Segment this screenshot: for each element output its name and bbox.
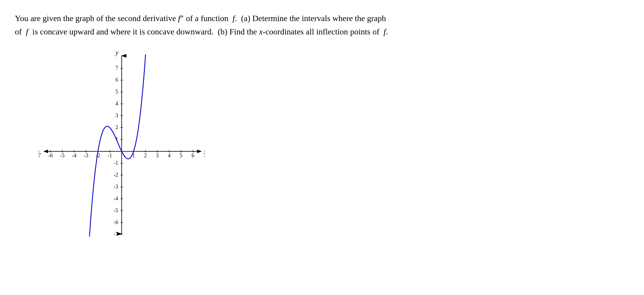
svg-text:4: 4 xyxy=(115,101,118,107)
svg-text:-6: -6 xyxy=(114,219,118,225)
svg-text:6: 6 xyxy=(115,77,118,83)
svg-text:7: 7 xyxy=(115,65,118,71)
svg-text:-7: -7 xyxy=(39,153,41,158)
svg-text:5: 5 xyxy=(180,153,183,158)
svg-text:4: 4 xyxy=(168,153,171,158)
svg-text:7: 7 xyxy=(204,153,205,158)
svg-text:-1: -1 xyxy=(114,160,118,166)
svg-text:2: 2 xyxy=(144,153,147,158)
svg-text:3: 3 xyxy=(115,112,118,118)
svg-text:-4: -4 xyxy=(72,153,77,158)
svg-text:-4: -4 xyxy=(114,196,118,202)
svg-text:-5: -5 xyxy=(60,153,65,158)
svg-text:6: 6 xyxy=(192,153,194,158)
svg-text:-5: -5 xyxy=(114,207,118,213)
svg-text:-1: -1 xyxy=(108,153,112,158)
svg-text:y: y xyxy=(115,50,118,56)
svg-text:2: 2 xyxy=(115,124,118,130)
svg-text:-3: -3 xyxy=(84,153,88,158)
problem-line1: You are given the graph of the second de… xyxy=(15,12,608,25)
svg-text:-3: -3 xyxy=(114,184,118,190)
svg-text:-7: -7 xyxy=(114,231,118,237)
coordinate-plane: -7-6-5-4-3-2-11234567-7-6-5-4-3-2-112345… xyxy=(39,50,205,240)
problem-line2: of f is concave upward and where it is c… xyxy=(15,25,608,39)
svg-text:-2: -2 xyxy=(114,172,118,178)
graph-container: -7-6-5-4-3-2-11234567-7-6-5-4-3-2-112345… xyxy=(39,50,629,240)
problem-statement: You are given the graph of the second de… xyxy=(15,12,608,39)
svg-text:5: 5 xyxy=(115,89,118,95)
svg-text:-6: -6 xyxy=(48,153,53,158)
svg-text:3: 3 xyxy=(156,153,159,158)
